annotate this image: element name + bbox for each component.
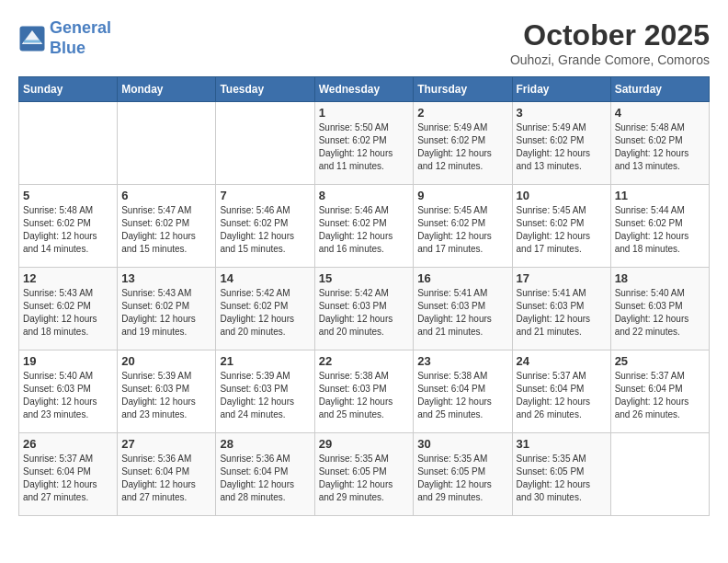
day-info: Sunrise: 5:49 AM Sunset: 6:02 PM Dayligh… <box>417 121 507 173</box>
day-info: Sunrise: 5:40 AM Sunset: 6:03 PM Dayligh… <box>23 370 113 421</box>
calendar-cell: 4Sunrise: 5:48 AM Sunset: 6:02 PM Daylig… <box>610 102 709 185</box>
day-number: 19 <box>23 354 113 368</box>
day-info: Sunrise: 5:35 AM Sunset: 6:05 PM Dayligh… <box>319 453 410 504</box>
day-info: Sunrise: 5:44 AM Sunset: 6:02 PM Dayligh… <box>615 204 705 256</box>
day-info: Sunrise: 5:36 AM Sunset: 6:04 PM Dayligh… <box>121 453 211 504</box>
calendar-cell: 5Sunrise: 5:48 AM Sunset: 6:02 PM Daylig… <box>19 185 118 268</box>
day-info: Sunrise: 5:45 AM Sunset: 6:02 PM Dayligh… <box>417 204 507 256</box>
calendar-cell: 7Sunrise: 5:46 AM Sunset: 6:02 PM Daylig… <box>216 185 314 268</box>
day-info: Sunrise: 5:46 AM Sunset: 6:02 PM Dayligh… <box>319 204 410 256</box>
calendar-cell: 8Sunrise: 5:46 AM Sunset: 6:02 PM Daylig… <box>314 185 414 268</box>
calendar-cell: 29Sunrise: 5:35 AM Sunset: 6:05 PM Dayli… <box>314 433 414 516</box>
weekday-header: Monday <box>118 77 216 102</box>
calendar-cell: 18Sunrise: 5:40 AM Sunset: 6:03 PM Dayli… <box>610 268 709 350</box>
day-number: 8 <box>319 189 410 202</box>
calendar-week-row: 19Sunrise: 5:40 AM Sunset: 6:03 PM Dayli… <box>19 350 710 433</box>
svg-rect-2 <box>24 40 40 42</box>
day-info: Sunrise: 5:47 AM Sunset: 6:02 PM Dayligh… <box>121 204 211 256</box>
day-info: Sunrise: 5:42 AM Sunset: 6:03 PM Dayligh… <box>319 287 410 339</box>
logo-text: General Blue <box>50 18 111 58</box>
calendar-week-row: 26Sunrise: 5:37 AM Sunset: 6:04 PM Dayli… <box>19 433 710 516</box>
day-number: 12 <box>23 271 113 285</box>
day-info: Sunrise: 5:41 AM Sunset: 6:03 PM Dayligh… <box>517 287 607 339</box>
day-info: Sunrise: 5:35 AM Sunset: 6:05 PM Dayligh… <box>417 453 507 504</box>
calendar-cell: 11Sunrise: 5:44 AM Sunset: 6:02 PM Dayli… <box>610 185 709 268</box>
day-number: 31 <box>517 437 607 451</box>
day-info: Sunrise: 5:48 AM Sunset: 6:02 PM Dayligh… <box>615 121 705 173</box>
calendar-cell <box>610 433 709 516</box>
day-number: 3 <box>517 106 607 120</box>
weekday-header: Tuesday <box>216 77 314 102</box>
day-info: Sunrise: 5:48 AM Sunset: 6:02 PM Dayligh… <box>23 204 113 256</box>
day-number: 16 <box>417 271 507 285</box>
day-info: Sunrise: 5:40 AM Sunset: 6:03 PM Dayligh… <box>615 287 705 339</box>
day-number: 7 <box>220 189 310 202</box>
calendar-cell: 24Sunrise: 5:37 AM Sunset: 6:04 PM Dayli… <box>512 350 610 433</box>
day-number: 25 <box>615 354 705 368</box>
day-info: Sunrise: 5:37 AM Sunset: 6:04 PM Dayligh… <box>615 370 705 421</box>
calendar-week-row: 12Sunrise: 5:43 AM Sunset: 6:02 PM Dayli… <box>19 268 710 350</box>
day-number: 24 <box>517 354 607 368</box>
day-info: Sunrise: 5:36 AM Sunset: 6:04 PM Dayligh… <box>220 453 310 504</box>
day-info: Sunrise: 5:43 AM Sunset: 6:02 PM Dayligh… <box>121 287 211 339</box>
day-number: 15 <box>319 271 410 285</box>
day-number: 11 <box>615 189 705 202</box>
day-number: 22 <box>319 354 410 368</box>
day-number: 26 <box>23 437 113 451</box>
day-number: 2 <box>417 106 507 120</box>
calendar-cell <box>118 102 216 185</box>
day-info: Sunrise: 5:50 AM Sunset: 6:02 PM Dayligh… <box>319 121 410 173</box>
day-number: 30 <box>417 437 507 451</box>
calendar-cell <box>216 102 314 185</box>
month-title: October 2025 <box>510 18 710 52</box>
title-block: October 2025 Ouhozi, Grande Comore, Como… <box>510 18 710 67</box>
calendar-cell: 31Sunrise: 5:35 AM Sunset: 6:05 PM Dayli… <box>512 433 610 516</box>
calendar-cell: 9Sunrise: 5:45 AM Sunset: 6:02 PM Daylig… <box>414 185 512 268</box>
day-number: 14 <box>220 271 310 285</box>
day-info: Sunrise: 5:42 AM Sunset: 6:02 PM Dayligh… <box>220 287 310 339</box>
day-info: Sunrise: 5:43 AM Sunset: 6:02 PM Dayligh… <box>23 287 113 339</box>
day-info: Sunrise: 5:39 AM Sunset: 6:03 PM Dayligh… <box>220 370 310 421</box>
day-info: Sunrise: 5:37 AM Sunset: 6:04 PM Dayligh… <box>517 370 607 421</box>
day-info: Sunrise: 5:37 AM Sunset: 6:04 PM Dayligh… <box>23 453 113 504</box>
calendar-cell: 2Sunrise: 5:49 AM Sunset: 6:02 PM Daylig… <box>414 102 512 185</box>
calendar-table: SundayMondayTuesdayWednesdayThursdayFrid… <box>18 76 710 516</box>
calendar-cell: 20Sunrise: 5:39 AM Sunset: 6:03 PM Dayli… <box>118 350 216 433</box>
logo: General Blue <box>18 18 111 58</box>
day-number: 17 <box>517 271 607 285</box>
day-info: Sunrise: 5:46 AM Sunset: 6:02 PM Dayligh… <box>220 204 310 256</box>
calendar-cell: 13Sunrise: 5:43 AM Sunset: 6:02 PM Dayli… <box>118 268 216 350</box>
day-number: 5 <box>23 189 113 202</box>
day-number: 4 <box>615 106 705 120</box>
calendar-cell: 14Sunrise: 5:42 AM Sunset: 6:02 PM Dayli… <box>216 268 314 350</box>
calendar-week-row: 5Sunrise: 5:48 AM Sunset: 6:02 PM Daylig… <box>19 185 710 268</box>
day-number: 21 <box>220 354 310 368</box>
day-info: Sunrise: 5:38 AM Sunset: 6:03 PM Dayligh… <box>319 370 410 421</box>
day-number: 9 <box>417 189 507 202</box>
calendar-cell: 12Sunrise: 5:43 AM Sunset: 6:02 PM Dayli… <box>19 268 118 350</box>
calendar-cell: 30Sunrise: 5:35 AM Sunset: 6:05 PM Dayli… <box>414 433 512 516</box>
weekday-header: Thursday <box>414 77 512 102</box>
weekday-header: Saturday <box>610 77 709 102</box>
calendar-cell: 16Sunrise: 5:41 AM Sunset: 6:03 PM Dayli… <box>414 268 512 350</box>
calendar-cell: 10Sunrise: 5:45 AM Sunset: 6:02 PM Dayli… <box>512 185 610 268</box>
logo-icon <box>18 25 46 52</box>
day-number: 13 <box>121 271 211 285</box>
day-number: 1 <box>319 106 410 120</box>
calendar-cell: 22Sunrise: 5:38 AM Sunset: 6:03 PM Dayli… <box>314 350 414 433</box>
calendar-cell: 1Sunrise: 5:50 AM Sunset: 6:02 PM Daylig… <box>314 102 414 185</box>
calendar-cell: 17Sunrise: 5:41 AM Sunset: 6:03 PM Dayli… <box>512 268 610 350</box>
day-number: 20 <box>121 354 211 368</box>
day-info: Sunrise: 5:49 AM Sunset: 6:02 PM Dayligh… <box>517 121 607 173</box>
calendar-cell: 15Sunrise: 5:42 AM Sunset: 6:03 PM Dayli… <box>314 268 414 350</box>
calendar-cell: 21Sunrise: 5:39 AM Sunset: 6:03 PM Dayli… <box>216 350 314 433</box>
calendar-cell: 27Sunrise: 5:36 AM Sunset: 6:04 PM Dayli… <box>118 433 216 516</box>
weekday-header: Wednesday <box>314 77 414 102</box>
day-info: Sunrise: 5:35 AM Sunset: 6:05 PM Dayligh… <box>517 453 607 504</box>
calendar-cell <box>19 102 118 185</box>
day-number: 18 <box>615 271 705 285</box>
location-subtitle: Ouhozi, Grande Comore, Comoros <box>510 52 710 67</box>
calendar-cell: 25Sunrise: 5:37 AM Sunset: 6:04 PM Dayli… <box>610 350 709 433</box>
calendar-cell: 28Sunrise: 5:36 AM Sunset: 6:04 PM Dayli… <box>216 433 314 516</box>
day-number: 6 <box>121 189 211 202</box>
